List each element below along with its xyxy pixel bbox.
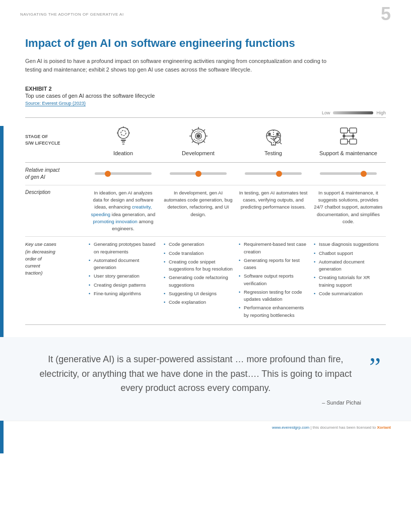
stage-header-row: STAGE OFS/W LIFECYCLE Ideation xyxy=(25,117,386,163)
svg-point-21 xyxy=(268,133,270,135)
page-number: 5 xyxy=(381,5,391,23)
legend-low: Low xyxy=(322,110,330,115)
page-title: Impact of gen AI on software engineering… xyxy=(25,36,386,51)
usecase-cell-support: Issue diagnosis suggestions Chatbot supp… xyxy=(311,241,386,299)
svg-line-16 xyxy=(192,129,193,131)
desc-cell-testing: In testing, gen AI automates test cases,… xyxy=(236,189,311,211)
exhibit-source: Source: Everest Group (2023) xyxy=(25,101,86,106)
svg-rect-27 xyxy=(340,139,348,144)
svg-rect-25 xyxy=(340,128,348,133)
svg-rect-28 xyxy=(350,139,357,144)
exhibit-header: EXHIBIT 2 Top use cases of gen AI across… xyxy=(25,86,386,110)
usecase-cell-ideation: Generating prototypes based on requireme… xyxy=(86,241,161,299)
stage-ideation: Ideation xyxy=(86,122,161,158)
support-label: Support & maintenance xyxy=(319,150,377,156)
exhibit-label: EXHIBIT 2 xyxy=(25,86,386,92)
stage-development: Development xyxy=(161,122,236,158)
svg-point-22 xyxy=(277,133,279,135)
desc-cell-ideation: In ideation, gen AI analyzes data for de… xyxy=(86,189,161,233)
development-icon xyxy=(186,124,211,148)
usecase-cell-development: Code generation Code translation Creatin… xyxy=(161,241,236,307)
impact-slider-support xyxy=(311,172,386,175)
footer: www.everestgrp.com | this document has b… xyxy=(0,421,411,434)
legend-high: High xyxy=(376,110,386,115)
top-header: NAVIGATING THE ADOPTION OF GENERATIVE AI… xyxy=(0,0,411,26)
svg-rect-26 xyxy=(350,128,357,133)
impact-slider-development xyxy=(161,172,236,175)
quote-text: It (generative AI) is a super-powered as… xyxy=(30,352,361,395)
desc-cell-development: In development, gen AI automates code ge… xyxy=(161,189,236,218)
impact-row: Relative impactof gen AI xyxy=(25,163,386,185)
impact-slider-testing xyxy=(236,172,311,175)
svg-line-19 xyxy=(192,141,193,143)
description-row: Description In ideation, gen AI analyzes… xyxy=(25,185,386,237)
exhibit-subtitle: Top use cases of gen AI across the softw… xyxy=(25,93,386,99)
usecase-row: Key use cases(in decreasingorder ofcurre… xyxy=(25,237,386,325)
testing-icon xyxy=(261,124,286,148)
stage-label: STAGE OFS/W LIFECYCLE xyxy=(25,134,86,146)
stage-support: Support & maintenance xyxy=(311,122,386,158)
footer-separator: | this document has been licensed to xyxy=(311,425,377,430)
impact-row-label: Relative impactof gen AI xyxy=(25,167,86,181)
support-icon xyxy=(336,124,361,148)
legend: Low High xyxy=(25,110,386,115)
footer-company: Xoriant xyxy=(377,425,391,430)
ideation-icon xyxy=(111,124,135,148)
svg-point-4 xyxy=(121,130,126,136)
usecase-row-label: Key use cases(in decreasingorder ofcurre… xyxy=(25,241,86,277)
ideation-label: Ideation xyxy=(113,150,133,156)
footer-website: www.everestgrp.com xyxy=(272,425,309,430)
quote-attribution: – Sundar Pichai xyxy=(30,400,361,406)
header-title: NAVIGATING THE ADOPTION OF GENERATIVE AI xyxy=(20,12,124,17)
intro-text: Gen AI is poised to have a profound impa… xyxy=(25,57,337,75)
svg-point-20 xyxy=(197,135,200,138)
svg-point-33 xyxy=(343,135,345,137)
desc-cell-support: In support & maintenance, it suggests so… xyxy=(311,189,386,225)
svg-line-17 xyxy=(203,141,205,143)
impact-slider-ideation xyxy=(86,172,161,175)
usecase-cell-testing: Requirement-based test case creation Gen… xyxy=(236,241,311,320)
svg-point-34 xyxy=(352,135,354,137)
testing-label: Testing xyxy=(264,150,282,156)
svg-line-18 xyxy=(203,129,205,131)
quote-text-block: It (generative AI) is a super-powered as… xyxy=(30,352,361,406)
stage-testing: Testing xyxy=(236,122,311,158)
development-label: Development xyxy=(182,150,215,156)
legend-bar xyxy=(333,111,373,114)
quote-mark-icon: ” xyxy=(369,354,381,380)
description-row-label: Description xyxy=(25,189,86,195)
main-content: Impact of gen AI on software engineering… xyxy=(0,26,411,335)
svg-line-24 xyxy=(280,142,282,144)
quote-section: It (generative AI) is a super-powered as… xyxy=(0,337,411,421)
